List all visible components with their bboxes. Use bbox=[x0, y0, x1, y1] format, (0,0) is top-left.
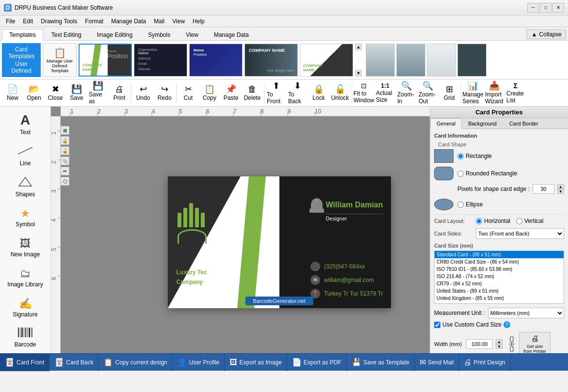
sidebar-tool-text[interactable]: A Text bbox=[2, 109, 49, 139]
rectangle-radio[interactable] bbox=[457, 153, 464, 159]
tab-text-editing[interactable]: Text Editing bbox=[44, 29, 89, 40]
template-thumb-3[interactable]: NamePosition bbox=[189, 44, 243, 77]
ellipse-radio[interactable] bbox=[457, 202, 464, 208]
canvas-icon-2[interactable]: 🔒 bbox=[61, 136, 69, 145]
panel-tab-general[interactable]: General bbox=[430, 118, 462, 129]
horizontal-radio[interactable] bbox=[476, 218, 482, 224]
pixels-up[interactable]: ▲ bbox=[557, 184, 564, 189]
createlist-button[interactable]: ΣCreate List bbox=[505, 80, 526, 106]
print-button[interactable]: 🖨Print bbox=[109, 80, 130, 106]
rectangle-radio-label[interactable]: Rectangle bbox=[457, 153, 492, 159]
width-up[interactable]: ▲ bbox=[496, 339, 503, 344]
sidebar-tool-line[interactable]: Line bbox=[2, 142, 49, 170]
save-button[interactable]: 💾Save bbox=[66, 80, 87, 106]
delete-button[interactable]: 🗑Delete bbox=[242, 80, 263, 106]
menu-manage-data[interactable]: Manage Data bbox=[107, 17, 150, 26]
link-size-icon[interactable] bbox=[507, 336, 516, 352]
canvas-icon-5[interactable]: ✏ bbox=[61, 167, 69, 175]
sidebar-tool-signature[interactable]: ✍ Signature bbox=[2, 294, 49, 321]
undo-button[interactable]: ↩Undo bbox=[132, 80, 154, 106]
tab-manage-data[interactable]: Manage Data bbox=[207, 29, 256, 40]
extra-thumb-2[interactable] bbox=[396, 44, 425, 77]
menu-format[interactable]: Format bbox=[81, 17, 107, 26]
importwizard-button[interactable]: 📥Import Wizard bbox=[484, 80, 505, 106]
tab-templates[interactable]: Templates bbox=[2, 29, 43, 41]
size-item-uk[interactable]: United Kingdom - (85 x 55 mm) bbox=[435, 295, 564, 302]
size-item-iso216[interactable]: ISO 216 A8 - (74 x 52 mm) bbox=[435, 273, 564, 280]
menu-edit[interactable]: Edit bbox=[19, 17, 37, 26]
menu-drawing-tools[interactable]: Drawing Tools bbox=[37, 17, 81, 26]
get-size-button[interactable]: 🖨 Get sizefrom Printer bbox=[519, 332, 551, 353]
unlock-button[interactable]: 🔓Unlock bbox=[329, 80, 351, 106]
business-card[interactable]: Luxury Tec Company William Damian Design… bbox=[168, 176, 391, 308]
size-item-cr79[interactable]: CR79 - (84 x 52 mm) bbox=[435, 280, 564, 287]
printdesign-button[interactable]: 🖨 Print Design bbox=[459, 354, 510, 371]
template-thumb-5[interactable]: COMPANYNAME bbox=[300, 44, 353, 77]
carfront-button[interactable]: 🃏 Card Front bbox=[0, 354, 49, 371]
actualsize-button[interactable]: 1:1Actual Size bbox=[374, 80, 396, 106]
collapse-button[interactable]: ▲ Collapse bbox=[527, 30, 566, 39]
pixels-input[interactable] bbox=[533, 184, 554, 194]
size-item-standard[interactable]: Standard Card - (88 x 51 mm) bbox=[435, 251, 564, 258]
fittowindow-button[interactable]: ⊡Fit to Window bbox=[353, 80, 374, 106]
card-templates-button[interactable]: Card Templates User Defined bbox=[2, 43, 41, 77]
horizontal-label[interactable]: Horizontal bbox=[476, 218, 510, 224]
tab-view[interactable]: View bbox=[179, 29, 206, 40]
template-thumb-1[interactable]: COMPANYNAME NamePosition bbox=[79, 44, 132, 77]
canvas-icon-3[interactable]: 🔓 bbox=[61, 146, 69, 155]
custom-size-checkbox[interactable] bbox=[434, 322, 440, 328]
menu-view[interactable]: View bbox=[168, 17, 189, 26]
tofront-button[interactable]: ⬆To Front bbox=[265, 80, 287, 106]
size-item-iso7810[interactable]: ISO 7810 ID1 - (85.60 x 53.98 mm) bbox=[435, 266, 564, 273]
template-scroll-up[interactable]: ▲ bbox=[355, 44, 362, 50]
rounded-radio-label[interactable]: Rounded Rectangle bbox=[457, 170, 517, 177]
exportimage-button[interactable]: 🖼 Export as Image bbox=[225, 354, 287, 371]
size-item-cr80[interactable]: CR80 Credit Card Size - (86 x 54 mm) bbox=[435, 258, 564, 266]
width-down[interactable]: ▼ bbox=[496, 344, 503, 349]
zoomin-button[interactable]: 🔍Zoom-In bbox=[396, 80, 417, 106]
vertical-label[interactable]: Vertical bbox=[516, 218, 543, 224]
template-thumb-2[interactable]: Organization NameAddressEmailWebsite bbox=[134, 44, 187, 77]
minimize-button[interactable]: ─ bbox=[527, 3, 539, 13]
template-thumb-4[interactable]: COMPANY NAME Your Slogan Here bbox=[244, 44, 298, 77]
sidebar-tool-newimage[interactable]: 🖼 New Image bbox=[2, 234, 49, 261]
extra-thumb-1[interactable] bbox=[366, 44, 395, 77]
copy-button[interactable]: 📋Copy bbox=[199, 80, 220, 106]
toback-button[interactable]: ⬇To Back bbox=[287, 80, 308, 106]
grid-button[interactable]: ⊞Grid bbox=[438, 80, 460, 106]
pixels-down[interactable]: ▼ bbox=[557, 189, 564, 194]
info-icon[interactable]: ? bbox=[503, 321, 510, 328]
saveastemplate-button[interactable]: 💾 Save as Template bbox=[347, 354, 415, 371]
menu-mail[interactable]: Mail bbox=[150, 17, 168, 26]
sendmail-button[interactable]: ✉ Send Mail bbox=[415, 354, 459, 371]
manage-user-defined-button[interactable]: 📋 Manage User Defined Template bbox=[43, 43, 77, 77]
manageseries-button[interactable]: 📊Manage Series bbox=[462, 80, 484, 106]
saveas-button[interactable]: 💾Save as bbox=[87, 80, 109, 106]
menu-help[interactable]: Help bbox=[189, 17, 209, 26]
size-item-canada[interactable]: Canada - (89 x 51 mm) bbox=[435, 302, 564, 304]
canvas-icon-4[interactable]: 📎 bbox=[61, 157, 69, 165]
exportpdf-button[interactable]: 📄 Export as PDF bbox=[287, 354, 347, 371]
open-button[interactable]: 📂Open bbox=[23, 80, 45, 106]
redo-button[interactable]: ↪Redo bbox=[154, 80, 175, 106]
sidebar-tool-symbol[interactable]: ★ Symbol bbox=[2, 204, 49, 231]
vertical-radio[interactable] bbox=[516, 218, 522, 224]
menu-file[interactable]: File bbox=[2, 17, 19, 26]
template-scroll-down[interactable]: ▼ bbox=[355, 70, 362, 77]
close-button[interactable]: ✕ bbox=[552, 3, 564, 13]
canvas-area[interactable]: 1 2 3 4 5 6 7 8 9 10 bbox=[51, 107, 430, 353]
extra-thumb-4[interactable] bbox=[457, 44, 487, 77]
cut-button[interactable]: ✂Cut bbox=[178, 80, 199, 106]
canvas-icon-6[interactable]: ⬡ bbox=[61, 177, 69, 186]
width-input[interactable] bbox=[466, 339, 493, 349]
sidebar-tool-shapes[interactable]: Shapes bbox=[2, 173, 49, 201]
extra-thumb-3[interactable] bbox=[427, 44, 456, 77]
rounded-radio[interactable] bbox=[457, 171, 464, 177]
panel-tab-cardborder[interactable]: Card Border bbox=[503, 118, 545, 128]
cardback-button[interactable]: 🃏 Card Back bbox=[49, 354, 98, 371]
card-sides-select[interactable]: Two (Front and Back) One (Front Only) bbox=[476, 228, 564, 239]
new-button[interactable]: 📄New bbox=[2, 80, 23, 106]
maximize-button[interactable]: □ bbox=[540, 3, 552, 13]
tab-image-editing[interactable]: Image Editing bbox=[90, 29, 140, 40]
userprofile-button[interactable]: 👤 User Profile bbox=[173, 354, 225, 371]
